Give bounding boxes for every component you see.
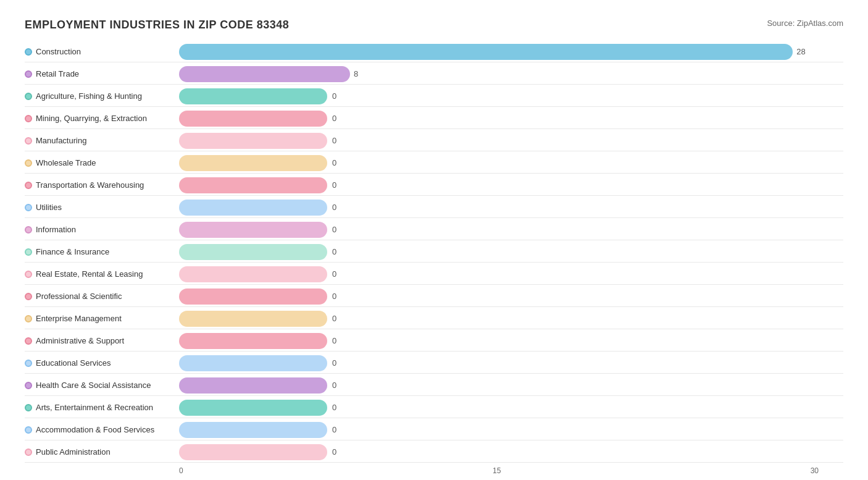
bar-fill [179, 133, 327, 149]
bar-value: 0 [332, 403, 336, 412]
bar-dot-icon [25, 426, 32, 434]
bar-track: 0 [179, 400, 843, 416]
bar-value: 0 [332, 292, 336, 301]
bar-value: 0 [332, 203, 336, 212]
bar-track: 0 [179, 88, 843, 104]
bar-fill [179, 155, 327, 171]
bar-label: Mining, Quarrying, & Extraction [25, 114, 179, 123]
bar-row: Educational Services0 [25, 353, 843, 374]
bar-track: 0 [179, 288, 843, 305]
bar-track: 0 [179, 133, 843, 149]
bar-dot-icon [25, 448, 32, 456]
bar-value: 0 [332, 180, 336, 190]
chart-container: EMPLOYMENT INDUSTRIES IN ZIP CODE 83348 … [12, 12, 856, 480]
bar-fill [179, 88, 327, 104]
bar-value: 0 [332, 447, 336, 457]
bar-track: 0 [179, 377, 843, 394]
bar-fill [179, 200, 327, 216]
bar-track: 0 [179, 422, 843, 438]
bar-value: 0 [332, 381, 336, 390]
bar-dot-icon [25, 315, 32, 322]
bar-dot-icon [25, 226, 32, 234]
bar-value: 0 [332, 358, 336, 368]
bar-value: 0 [332, 269, 336, 279]
bar-label: Administrative & Support [25, 336, 179, 345]
bar-fill [179, 444, 327, 460]
bar-fill [179, 266, 327, 282]
axis-label: 15 [493, 466, 501, 475]
bar-fill [179, 422, 327, 438]
bar-label: Agriculture, Fishing & Hunting [25, 91, 179, 101]
bar-fill [179, 288, 327, 305]
bar-label: Information [25, 225, 179, 234]
bar-row: Wholesale Trade0 [25, 153, 843, 174]
bar-row: Administrative & Support0 [25, 331, 843, 352]
bar-track: 0 [179, 200, 843, 216]
bar-row: Public Administration0 [25, 442, 843, 463]
bar-row: Information0 [25, 219, 843, 240]
bar-label: Construction [25, 47, 179, 56]
bar-track: 0 [179, 222, 843, 238]
bar-label: Finance & Insurance [25, 247, 179, 256]
bar-row: Real Estate, Rental & Leasing0 [25, 264, 843, 285]
bar-dot-icon [25, 137, 32, 145]
bar-row: Construction28 [25, 41, 843, 62]
bar-fill [179, 311, 327, 327]
bar-label-text: Health Care & Social Assistance [36, 381, 151, 390]
bar-fill [179, 111, 327, 127]
bar-dot-icon [25, 204, 32, 211]
bar-value: 0 [332, 425, 336, 434]
bar-value: 0 [332, 314, 336, 323]
bar-fill [179, 177, 327, 193]
bar-label-text: Enterprise Management [36, 314, 122, 323]
bar-row: Agriculture, Fishing & Hunting0 [25, 86, 843, 107]
bar-dot-icon [25, 293, 32, 300]
bar-track: 0 [179, 444, 843, 460]
bar-value: 0 [332, 336, 336, 345]
bar-label: Professional & Scientific [25, 292, 179, 301]
bar-label-text: Real Estate, Rental & Leasing [36, 269, 143, 279]
bar-track: 0 [179, 155, 843, 171]
bar-row: Mining, Quarrying, & Extraction0 [25, 108, 843, 129]
bar-track: 0 [179, 333, 843, 349]
bar-track: 0 [179, 266, 843, 282]
bar-fill [179, 44, 793, 60]
bar-label-text: Public Administration [36, 447, 111, 457]
bar-value: 0 [332, 114, 336, 123]
bar-dot-icon [25, 182, 32, 189]
bar-track: 0 [179, 244, 843, 260]
bar-label: Manufacturing [25, 136, 179, 145]
bar-row: Arts, Entertainment & Recreation0 [25, 397, 843, 418]
bar-label: Health Care & Social Assistance [25, 381, 179, 390]
bar-row: Health Care & Social Assistance0 [25, 375, 843, 396]
bar-label-text: Educational Services [36, 358, 111, 368]
bar-row: Professional & Scientific0 [25, 286, 843, 307]
bar-track: 8 [179, 66, 843, 82]
bar-label-text: Professional & Scientific [36, 292, 122, 301]
bar-label-text: Utilities [36, 203, 62, 212]
bar-label-text: Accommodation & Food Services [36, 425, 154, 434]
bar-track: 0 [179, 355, 843, 371]
bar-dot-icon [25, 404, 32, 411]
bar-row: Accommodation & Food Services0 [25, 419, 843, 440]
bar-dot-icon [25, 159, 32, 167]
bar-label-text: Manufacturing [36, 136, 86, 145]
bar-dot-icon [25, 48, 32, 56]
chart-source: Source: ZipAtlas.com [767, 19, 843, 28]
bar-row: Transportation & Warehousing0 [25, 175, 843, 196]
bar-value: 0 [332, 91, 336, 101]
bar-dot-icon [25, 271, 32, 278]
bar-label: Transportation & Warehousing [25, 180, 179, 190]
bar-dot-icon [25, 115, 32, 122]
bar-value: 8 [354, 69, 358, 78]
bar-label: Real Estate, Rental & Leasing [25, 269, 179, 279]
bars-area: Construction28Retail Trade8Agriculture, … [25, 41, 843, 463]
bar-label: Wholesale Trade [25, 158, 179, 167]
bar-row: Manufacturing0 [25, 130, 843, 151]
bar-label-text: Retail Trade [36, 69, 79, 78]
bar-label-text: Administrative & Support [36, 336, 124, 345]
bar-value: 0 [332, 247, 336, 256]
bar-label-text: Finance & Insurance [36, 247, 109, 256]
bar-dot-icon [25, 248, 32, 256]
bar-label: Educational Services [25, 358, 179, 368]
